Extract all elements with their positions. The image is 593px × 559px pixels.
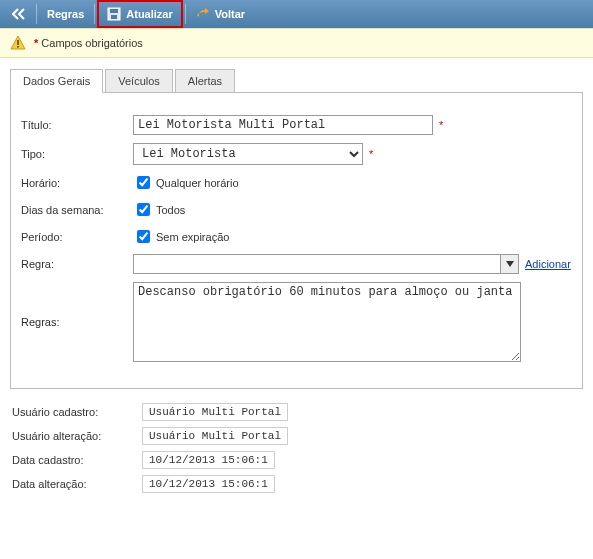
svg-rect-2 (111, 15, 117, 19)
warning-icon (10, 35, 26, 51)
tab-dados-gerais[interactable]: Dados Gerais (10, 69, 103, 93)
tab-alertas[interactable]: Alertas (175, 69, 235, 93)
svg-rect-1 (110, 9, 118, 13)
regra-dropdown-button[interactable] (501, 254, 519, 274)
save-icon (107, 7, 121, 21)
usuario-cadastro-label: Usuário cadastro: (12, 406, 142, 418)
toolbar-separator (36, 4, 37, 24)
adicionar-link[interactable]: Adicionar (525, 258, 571, 270)
tab-panel-dados-gerais: Título: * Tipo: Lei Motorista * Horário:… (10, 93, 583, 389)
horario-checkbox[interactable] (137, 176, 150, 189)
toolbar: Regras Atualizar Voltar (0, 0, 593, 28)
periodo-label: Período: (21, 231, 133, 243)
periodo-checkbox-label: Sem expiração (156, 231, 229, 243)
data-alteracao-label: Data alteração: (12, 478, 142, 490)
usuario-alteracao-label: Usuário alteração: (12, 430, 142, 442)
required-bar: * Campos obrigatórios (0, 28, 593, 58)
atualizar-label: Atualizar (126, 8, 172, 20)
periodo-checkbox[interactable] (137, 230, 150, 243)
collapse-button[interactable] (4, 0, 34, 28)
atualizar-button[interactable]: Atualizar (97, 0, 182, 28)
tab-strip: Dados Gerais Veículos Alertas (10, 68, 583, 93)
usuario-alteracao-value: Usuário Multi Portal (142, 427, 288, 445)
data-cadastro-label: Data cadastro: (12, 454, 142, 466)
voltar-label: Voltar (215, 8, 245, 20)
svg-rect-4 (17, 46, 19, 48)
svg-rect-3 (17, 40, 19, 45)
chevrons-left-icon (12, 8, 26, 20)
titulo-label: Título: (21, 119, 133, 131)
voltar-button[interactable]: Voltar (188, 0, 253, 28)
toolbar-separator (185, 4, 186, 24)
tipo-select[interactable]: Lei Motorista (133, 143, 363, 165)
horario-checkbox-label: Qualquer horário (156, 177, 239, 189)
usuario-cadastro-value: Usuário Multi Portal (142, 403, 288, 421)
regras-label: Regras (47, 8, 84, 20)
data-cadastro-value: 10/12/2013 15:06:1 (142, 451, 275, 469)
required-text: * Campos obrigatórios (34, 37, 143, 49)
regras-textarea[interactable] (133, 282, 521, 362)
dias-checkbox[interactable] (137, 203, 150, 216)
back-arrow-icon (196, 7, 210, 21)
content-area: Dados Gerais Veículos Alertas Título: * … (0, 58, 593, 509)
dias-checkbox-label: Todos (156, 204, 185, 216)
horario-label: Horário: (21, 177, 133, 189)
regra-label: Regra: (21, 258, 133, 270)
toolbar-separator (94, 4, 95, 24)
required-asterisk: * (369, 148, 373, 160)
tab-veiculos[interactable]: Veículos (105, 69, 173, 93)
required-asterisk: * (439, 119, 443, 131)
regra-input[interactable] (133, 254, 501, 274)
tipo-label: Tipo: (21, 148, 133, 160)
meta-section: Usuário cadastro: Usuário Multi Portal U… (10, 403, 583, 493)
regras-label: Regras: (21, 316, 133, 328)
data-alteracao-value: 10/12/2013 15:06:1 (142, 475, 275, 493)
chevron-down-icon (506, 261, 514, 267)
titulo-input[interactable] (133, 115, 433, 135)
dias-label: Dias da semana: (21, 204, 133, 216)
regras-button[interactable]: Regras (39, 0, 92, 28)
